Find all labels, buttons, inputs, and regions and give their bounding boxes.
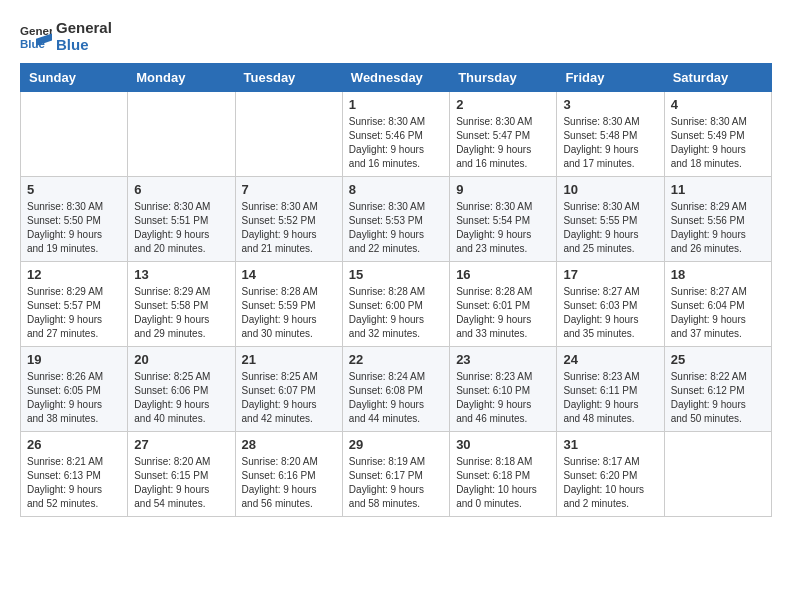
calendar-cell: 11Sunrise: 8:29 AM Sunset: 5:56 PM Dayli… (664, 177, 771, 262)
day-info: Sunrise: 8:29 AM Sunset: 5:57 PM Dayligh… (27, 285, 121, 341)
day-number: 16 (456, 267, 550, 282)
day-number: 7 (242, 182, 336, 197)
calendar-cell: 14Sunrise: 8:28 AM Sunset: 5:59 PM Dayli… (235, 262, 342, 347)
day-info: Sunrise: 8:30 AM Sunset: 5:48 PM Dayligh… (563, 115, 657, 171)
day-number: 26 (27, 437, 121, 452)
day-number: 21 (242, 352, 336, 367)
calendar-cell: 25Sunrise: 8:22 AM Sunset: 6:12 PM Dayli… (664, 347, 771, 432)
day-number: 15 (349, 267, 443, 282)
weekday-header-thursday: Thursday (450, 64, 557, 92)
day-info: Sunrise: 8:28 AM Sunset: 6:00 PM Dayligh… (349, 285, 443, 341)
day-number: 11 (671, 182, 765, 197)
calendar-cell: 17Sunrise: 8:27 AM Sunset: 6:03 PM Dayli… (557, 262, 664, 347)
logo-icon: General Blue (20, 21, 52, 53)
logo-general-text: General (56, 20, 112, 37)
calendar-cell: 24Sunrise: 8:23 AM Sunset: 6:11 PM Dayli… (557, 347, 664, 432)
calendar-week-4: 19Sunrise: 8:26 AM Sunset: 6:05 PM Dayli… (21, 347, 772, 432)
calendar-cell: 18Sunrise: 8:27 AM Sunset: 6:04 PM Dayli… (664, 262, 771, 347)
weekday-header-tuesday: Tuesday (235, 64, 342, 92)
calendar-cell: 10Sunrise: 8:30 AM Sunset: 5:55 PM Dayli… (557, 177, 664, 262)
day-info: Sunrise: 8:30 AM Sunset: 5:54 PM Dayligh… (456, 200, 550, 256)
day-number: 25 (671, 352, 765, 367)
day-number: 23 (456, 352, 550, 367)
day-info: Sunrise: 8:28 AM Sunset: 5:59 PM Dayligh… (242, 285, 336, 341)
calendar-cell (21, 92, 128, 177)
calendar-cell (128, 92, 235, 177)
calendar-table: SundayMondayTuesdayWednesdayThursdayFrid… (20, 63, 772, 517)
weekday-header-monday: Monday (128, 64, 235, 92)
calendar-week-1: 1Sunrise: 8:30 AM Sunset: 5:46 PM Daylig… (21, 92, 772, 177)
day-number: 31 (563, 437, 657, 452)
day-number: 9 (456, 182, 550, 197)
day-info: Sunrise: 8:30 AM Sunset: 5:51 PM Dayligh… (134, 200, 228, 256)
day-info: Sunrise: 8:25 AM Sunset: 6:07 PM Dayligh… (242, 370, 336, 426)
day-number: 3 (563, 97, 657, 112)
calendar-cell: 15Sunrise: 8:28 AM Sunset: 6:00 PM Dayli… (342, 262, 449, 347)
day-info: Sunrise: 8:30 AM Sunset: 5:49 PM Dayligh… (671, 115, 765, 171)
weekday-header-sunday: Sunday (21, 64, 128, 92)
calendar-cell: 7Sunrise: 8:30 AM Sunset: 5:52 PM Daylig… (235, 177, 342, 262)
calendar-cell: 6Sunrise: 8:30 AM Sunset: 5:51 PM Daylig… (128, 177, 235, 262)
calendar-cell: 16Sunrise: 8:28 AM Sunset: 6:01 PM Dayli… (450, 262, 557, 347)
calendar-cell: 12Sunrise: 8:29 AM Sunset: 5:57 PM Dayli… (21, 262, 128, 347)
day-info: Sunrise: 8:20 AM Sunset: 6:16 PM Dayligh… (242, 455, 336, 511)
day-info: Sunrise: 8:29 AM Sunset: 5:58 PM Dayligh… (134, 285, 228, 341)
calendar-cell: 27Sunrise: 8:20 AM Sunset: 6:15 PM Dayli… (128, 432, 235, 517)
day-info: Sunrise: 8:21 AM Sunset: 6:13 PM Dayligh… (27, 455, 121, 511)
calendar-cell: 22Sunrise: 8:24 AM Sunset: 6:08 PM Dayli… (342, 347, 449, 432)
calendar-cell: 28Sunrise: 8:20 AM Sunset: 6:16 PM Dayli… (235, 432, 342, 517)
calendar-week-5: 26Sunrise: 8:21 AM Sunset: 6:13 PM Dayli… (21, 432, 772, 517)
calendar-cell: 4Sunrise: 8:30 AM Sunset: 5:49 PM Daylig… (664, 92, 771, 177)
calendar-cell: 29Sunrise: 8:19 AM Sunset: 6:17 PM Dayli… (342, 432, 449, 517)
day-info: Sunrise: 8:17 AM Sunset: 6:20 PM Dayligh… (563, 455, 657, 511)
calendar-header: SundayMondayTuesdayWednesdayThursdayFrid… (21, 64, 772, 92)
day-number: 14 (242, 267, 336, 282)
svg-text:Blue: Blue (20, 37, 46, 49)
day-number: 20 (134, 352, 228, 367)
day-number: 24 (563, 352, 657, 367)
day-info: Sunrise: 8:30 AM Sunset: 5:50 PM Dayligh… (27, 200, 121, 256)
weekday-header-friday: Friday (557, 64, 664, 92)
day-info: Sunrise: 8:23 AM Sunset: 6:10 PM Dayligh… (456, 370, 550, 426)
day-number: 22 (349, 352, 443, 367)
day-number: 8 (349, 182, 443, 197)
day-number: 13 (134, 267, 228, 282)
calendar-cell: 5Sunrise: 8:30 AM Sunset: 5:50 PM Daylig… (21, 177, 128, 262)
page-header: General Blue General Blue (20, 20, 772, 53)
day-info: Sunrise: 8:27 AM Sunset: 6:04 PM Dayligh… (671, 285, 765, 341)
calendar-cell (235, 92, 342, 177)
day-info: Sunrise: 8:19 AM Sunset: 6:17 PM Dayligh… (349, 455, 443, 511)
day-info: Sunrise: 8:30 AM Sunset: 5:52 PM Dayligh… (242, 200, 336, 256)
calendar-cell: 30Sunrise: 8:18 AM Sunset: 6:18 PM Dayli… (450, 432, 557, 517)
calendar-cell: 21Sunrise: 8:25 AM Sunset: 6:07 PM Dayli… (235, 347, 342, 432)
calendar-cell: 20Sunrise: 8:25 AM Sunset: 6:06 PM Dayli… (128, 347, 235, 432)
calendar-cell: 2Sunrise: 8:30 AM Sunset: 5:47 PM Daylig… (450, 92, 557, 177)
calendar-week-3: 12Sunrise: 8:29 AM Sunset: 5:57 PM Dayli… (21, 262, 772, 347)
day-info: Sunrise: 8:30 AM Sunset: 5:55 PM Dayligh… (563, 200, 657, 256)
calendar-cell: 9Sunrise: 8:30 AM Sunset: 5:54 PM Daylig… (450, 177, 557, 262)
calendar-cell: 19Sunrise: 8:26 AM Sunset: 6:05 PM Dayli… (21, 347, 128, 432)
day-number: 6 (134, 182, 228, 197)
weekday-header-wednesday: Wednesday (342, 64, 449, 92)
logo: General Blue General Blue (20, 20, 112, 53)
day-number: 17 (563, 267, 657, 282)
calendar-cell: 26Sunrise: 8:21 AM Sunset: 6:13 PM Dayli… (21, 432, 128, 517)
day-info: Sunrise: 8:18 AM Sunset: 6:18 PM Dayligh… (456, 455, 550, 511)
calendar-cell: 13Sunrise: 8:29 AM Sunset: 5:58 PM Dayli… (128, 262, 235, 347)
day-number: 5 (27, 182, 121, 197)
calendar-cell: 31Sunrise: 8:17 AM Sunset: 6:20 PM Dayli… (557, 432, 664, 517)
day-info: Sunrise: 8:27 AM Sunset: 6:03 PM Dayligh… (563, 285, 657, 341)
logo-blue-text: Blue (56, 37, 112, 54)
day-info: Sunrise: 8:25 AM Sunset: 6:06 PM Dayligh… (134, 370, 228, 426)
day-info: Sunrise: 8:30 AM Sunset: 5:53 PM Dayligh… (349, 200, 443, 256)
day-info: Sunrise: 8:24 AM Sunset: 6:08 PM Dayligh… (349, 370, 443, 426)
day-number: 10 (563, 182, 657, 197)
calendar-cell (664, 432, 771, 517)
day-info: Sunrise: 8:29 AM Sunset: 5:56 PM Dayligh… (671, 200, 765, 256)
day-number: 12 (27, 267, 121, 282)
calendar-cell: 23Sunrise: 8:23 AM Sunset: 6:10 PM Dayli… (450, 347, 557, 432)
calendar-cell: 8Sunrise: 8:30 AM Sunset: 5:53 PM Daylig… (342, 177, 449, 262)
day-info: Sunrise: 8:23 AM Sunset: 6:11 PM Dayligh… (563, 370, 657, 426)
day-info: Sunrise: 8:28 AM Sunset: 6:01 PM Dayligh… (456, 285, 550, 341)
day-info: Sunrise: 8:30 AM Sunset: 5:47 PM Dayligh… (456, 115, 550, 171)
